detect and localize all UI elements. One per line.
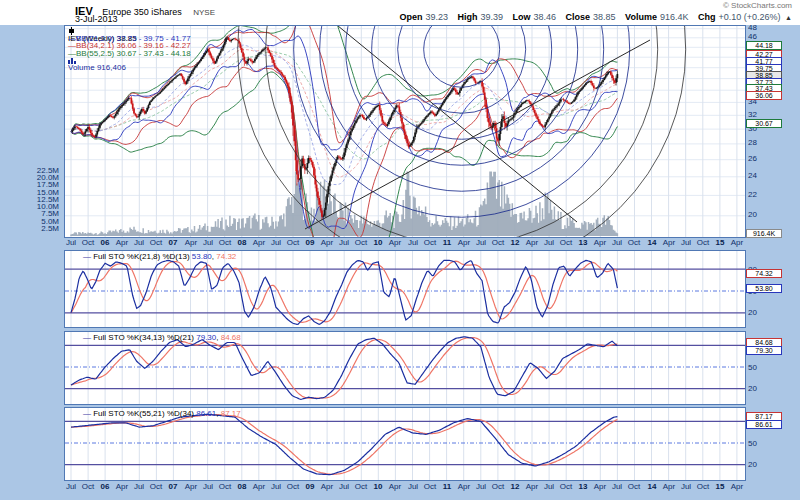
axis-value-box: 36.06	[746, 91, 782, 100]
x-tick-label: Oct	[287, 482, 299, 491]
axis-value-box: 74.32	[746, 269, 782, 278]
x-tick-label: Oct	[628, 482, 640, 491]
x-tick-label: Jul	[612, 238, 622, 247]
x-tick-label: 13	[579, 238, 588, 247]
x-tick-label: Apr	[458, 238, 470, 247]
volume-label: Volume	[625, 12, 657, 22]
x-tick-label: Apr	[594, 238, 606, 247]
x-tick-label: Oct	[628, 238, 640, 247]
x-tick-label: Oct	[287, 238, 299, 247]
x-tick-label: 13	[579, 482, 588, 491]
axis-value-box: 916.4K	[746, 229, 782, 238]
x-tick-label: Apr	[253, 238, 265, 247]
price-axis-label: 22	[748, 190, 757, 199]
stochastic-panel-fast: — Full STO %K(21,8) %D(13) 53.80, 74.32	[64, 250, 746, 328]
axis-value-box: 79.30	[746, 346, 782, 355]
price-axis-label: 24	[748, 171, 757, 180]
x-tick-label: 07	[169, 482, 178, 491]
x-tick-label: Apr	[663, 482, 675, 491]
x-tick-label: Jul	[134, 238, 144, 247]
axis-value-box: 30.67	[746, 119, 782, 128]
x-tick-label: Oct	[219, 238, 231, 247]
x-tick-label: 06	[101, 482, 110, 491]
x-tick-label: 10	[374, 482, 383, 491]
x-tick-label: 11	[443, 238, 451, 247]
high-label: High	[457, 12, 477, 22]
stoch-slow-label: Full STO %K(55,21) %D(34)	[93, 409, 194, 418]
x-tick-label: Oct	[697, 482, 709, 491]
x-tick-label: Jul	[544, 482, 554, 491]
line-swatch-icon: —	[83, 333, 93, 342]
x-tick-label: Apr	[731, 238, 743, 247]
stoch-mid-k-value: 79.30	[196, 333, 216, 342]
chart-date: 3-Jul-2013	[75, 14, 118, 24]
x-tick-label: Oct	[219, 482, 231, 491]
x-tick-label: Apr	[185, 238, 197, 247]
x-tick-label: Oct	[150, 238, 162, 247]
x-tick-label: Jul	[476, 482, 486, 491]
x-tick-label: Jul	[66, 238, 76, 247]
x-tick-label: Apr	[731, 482, 743, 491]
close-value: 38.85	[593, 12, 616, 22]
x-tick-label: Oct	[355, 238, 367, 247]
open-label: Open	[399, 12, 422, 22]
chg-label: Chg	[698, 12, 716, 22]
x-tick-label: Oct	[697, 238, 709, 247]
stoch-mid-label: Full STO %K(34,13) %D(21)	[93, 333, 194, 342]
main-price-chart: IEV (Weekly) 38.85 —BB(21,2.0) 37.73 - 3…	[64, 25, 746, 238]
x-tick-label: 09	[306, 482, 315, 491]
price-axis-label: 26	[748, 154, 757, 163]
axis-value-box: 44.18	[746, 41, 782, 50]
x-tick-label: Apr	[389, 482, 401, 491]
x-tick-label: Jul	[681, 482, 691, 491]
x-tick-label: Apr	[185, 482, 197, 491]
x-tick-label: Apr	[526, 238, 538, 247]
stoch-fast-d-value: 74.32	[216, 252, 236, 261]
x-tick-label: 06	[101, 238, 110, 247]
x-tick-label: 14	[648, 482, 657, 491]
x-tick-label: Apr	[594, 482, 606, 491]
x-tick-label: Apr	[321, 482, 333, 491]
x-tick-label: 08	[238, 238, 247, 247]
price-axis-label: 20	[748, 460, 757, 469]
x-tick-label: Apr	[253, 482, 265, 491]
bottom-x-axis: JulOct06AprJulOct07AprJulOct08AprJulOct0…	[0, 482, 800, 495]
x-tick-label: 15	[716, 238, 725, 247]
x-tick-label: Oct	[560, 482, 572, 491]
price-axis-label: 50	[748, 363, 757, 372]
x-tick-label: Oct	[424, 238, 436, 247]
x-tick-label: 10	[374, 238, 383, 247]
quote-line: Open39.23 High39.39 Low38.46 Close38.85 …	[392, 12, 792, 22]
line-swatch-icon: —	[83, 252, 93, 261]
x-tick-label: 08	[238, 482, 247, 491]
stochastic-fast-canvas	[65, 251, 745, 327]
x-tick-label: Oct	[560, 238, 572, 247]
volume-axis-labels: 22.5M20.0M17.5M15.0M12.5M10.0M7.5M5.0M2.…	[0, 0, 62, 240]
x-tick-label: Jul	[134, 482, 144, 491]
x-tick-label: 12	[511, 238, 520, 247]
stoch-fast-k-value: 53.80	[192, 252, 212, 261]
x-tick-label: 09	[306, 238, 315, 247]
x-tick-label: Jul	[408, 238, 418, 247]
x-tick-label: Jul	[544, 238, 554, 247]
volume-value: 916.4K	[660, 12, 689, 22]
x-tick-label: 14	[648, 238, 657, 247]
price-axis-label: 20	[748, 210, 757, 219]
axis-value-box: 86.61	[746, 420, 782, 429]
price-axis-label: 20	[748, 384, 757, 393]
stochastic-panel-mid: — Full STO %K(34,13) %D(21) 79.30, 84.68	[64, 331, 746, 405]
legend-bb55: —BB(55,2.5) 30.67 - 37.43 - 44.18	[68, 50, 191, 58]
x-tick-label: 15	[716, 482, 725, 491]
x-tick-label: Oct	[424, 482, 436, 491]
volume-axis-label: 2.5M	[41, 224, 59, 233]
x-tick-label: Jul	[203, 482, 213, 491]
x-tick-label: Jul	[271, 238, 281, 247]
stoch-fast-label: Full STO %K(21,8) %D(13)	[93, 252, 189, 261]
legend-volume-text: Volume 916,406	[68, 63, 126, 72]
price-axis-label: 46	[748, 32, 757, 41]
stochastic-mid-canvas	[65, 332, 745, 404]
right-axis-labels: 4846343230282624222044.1842.2741.7739.75…	[746, 0, 800, 500]
x-tick-label: Jul	[681, 238, 691, 247]
price-axis-label: 28	[748, 138, 757, 147]
chart-header: IEV Europe 350 iShares NYSE 3-Jul-2013 ©…	[0, 0, 800, 25]
